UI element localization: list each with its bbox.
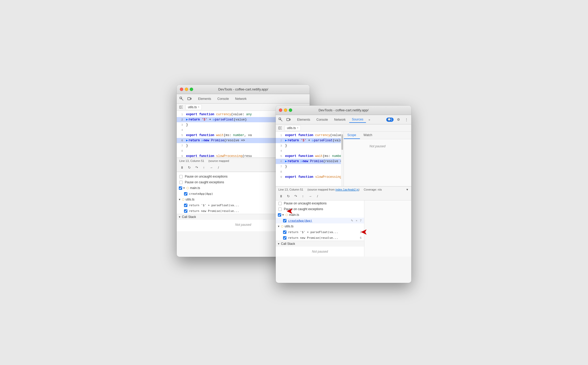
tab-sources-front[interactable]: Sources (349, 117, 366, 123)
device-icon-front[interactable] (286, 117, 291, 123)
callstack-header-front[interactable]: ▾ Call Stack (276, 241, 364, 247)
tab-console-front[interactable]: Console (314, 117, 330, 123)
code-scrollbar-front[interactable] (341, 132, 344, 186)
bp-main-checkbox-back[interactable] (179, 186, 182, 190)
scope-tab-watch[interactable]: Watch (360, 132, 376, 139)
file-tab-close-back[interactable]: × (198, 106, 199, 108)
status-position-back: Line 13, Column 51 (179, 159, 204, 162)
bp-close-btn-front[interactable]: × (355, 219, 358, 222)
traffic-lights-front (279, 108, 292, 112)
fullscreen-button-back[interactable] (190, 88, 193, 91)
pause-uncaught-checkbox-back[interactable] (179, 175, 183, 178)
code-line-5-front: 5 export function wait(ms: number, value… (276, 154, 344, 159)
deactivate-btn-back[interactable]: / (216, 165, 221, 170)
bp-main-checkbox-front[interactable] (278, 213, 281, 217)
code-line-6-front: 6 ▶return ▷new Promise(resolve => ▷setTi… (276, 159, 344, 164)
utils-ts-icon-back: ⬡ (182, 198, 185, 201)
pause-caught-checkbox-back[interactable] (179, 181, 183, 184)
resume-btn-front[interactable]: ↻ (286, 194, 291, 199)
inspector-icon-back[interactable] (179, 96, 185, 102)
callstack-label-front: Call Stack (281, 242, 295, 246)
code-line-4-front: 4 (276, 148, 344, 154)
scope-tabs-front: Scope Watch (344, 132, 412, 139)
breakpoints-panel-front: Pause on uncaught exceptions Pause on ca… (276, 200, 364, 257)
scope-not-paused: Not paused (344, 139, 412, 153)
bp-return1-cb-front[interactable] (283, 230, 286, 234)
file-tab-name-back: utils.ts (188, 105, 197, 109)
bp-edit-btn-front[interactable]: ✎ (351, 219, 353, 222)
file-tab-back[interactable]: utils.ts × (186, 104, 202, 110)
source-map-link-front[interactable]: index.1ac4eab2.js (335, 188, 359, 191)
step-out-btn-back[interactable]: ↑ (201, 165, 206, 170)
tab-elements-back[interactable]: Elements (195, 96, 214, 102)
status-source-front: (source mapped from index.1ac4eab2.js) (307, 188, 359, 191)
bp-return2-cb-back[interactable] (184, 209, 187, 213)
sidebar-toggle-back[interactable] (179, 105, 183, 110)
devtools-window-front: DevTools - coffee-cart.netlify.app/ Elem… (276, 106, 411, 283)
step-over-btn-front[interactable]: ↷ (293, 194, 298, 199)
bp-createapp-front[interactable]: createApp(App) ✎ × 7 (276, 218, 364, 223)
tab-elements-front[interactable]: Elements (295, 117, 313, 123)
debug-toolbar-front: ⏸ ↻ ↷ ↑ → / (276, 192, 411, 200)
tab-actions-front: 💬 1 ⚙ ⋮ (386, 117, 409, 123)
bottom-split-front: Pause on uncaught exceptions Pause on ca… (276, 200, 411, 257)
status-position-front: Line 13, Column 51 (278, 188, 303, 191)
device-icon-back[interactable] (187, 96, 192, 102)
bp-return1-cb-back[interactable] (184, 204, 187, 207)
bp-return1-code-front: return '$' + parseFloat(va... (288, 230, 358, 234)
pause-caught-checkbox-front[interactable] (278, 208, 282, 211)
step-over-btn-back[interactable]: ↷ (194, 165, 199, 170)
bp-return2-front[interactable]: return new Promise(resolve... 6 (276, 235, 364, 241)
status-coverage-front: Coverage: n/a (364, 188, 382, 191)
code-line-9-front: 9 export function slowProcessing(results… (276, 174, 344, 180)
step-fwd-btn-back[interactable]: → (209, 165, 214, 170)
minimize-button-back[interactable] (185, 88, 188, 91)
tab-console-back[interactable]: Console (215, 96, 231, 102)
pause-btn-back[interactable]: ⏸ (179, 165, 185, 170)
scope-tab-scope[interactable]: Scope (344, 132, 360, 139)
pause-caught-row-front: Pause on caught exceptions (276, 206, 364, 212)
fullscreen-button-front[interactable] (289, 108, 292, 112)
inspector-icon-front[interactable] (278, 117, 284, 123)
file-tab-close-front[interactable]: × (297, 126, 298, 129)
deactivate-btn-front[interactable]: / (315, 194, 320, 199)
close-button-back[interactable] (180, 88, 183, 91)
pause-btn-front[interactable]: ⏸ (278, 194, 284, 199)
tab-network-back[interactable]: Network (232, 96, 249, 102)
bp-createapp-cb-back[interactable] (184, 192, 187, 196)
status-scroll-btn[interactable]: ▼ (406, 188, 409, 191)
tab-more-front[interactable]: » (367, 117, 372, 122)
resume-btn-back[interactable]: ↻ (187, 165, 192, 170)
bp-section-utils-front[interactable]: ▾ ⬡ utils.ts (276, 223, 364, 229)
titlebar-back: DevTools - coffee-cart.netlify.app/ (177, 85, 310, 94)
step-fwd-btn-front[interactable]: → (308, 194, 313, 199)
more-btn-front[interactable]: ⋮ (403, 117, 409, 123)
code-lines-front: 1 export function currency(value: any) {… (276, 132, 344, 184)
sidebar-toggle-front[interactable] (278, 126, 283, 130)
settings-btn-front[interactable]: ⚙ (396, 117, 401, 123)
step-out-btn-front[interactable]: ↑ (300, 194, 305, 199)
bp-createapp-code-front: createApp(App) (288, 219, 349, 222)
callstack-label-back: Call Stack (182, 215, 196, 219)
pause-uncaught-row-front: Pause on uncaught exceptions (276, 200, 364, 206)
svg-rect-3 (180, 106, 181, 108)
bp-return2-cb-front[interactable] (283, 236, 286, 240)
bp-section-main-front[interactable]: ▾ ⬡ main.ts (276, 212, 364, 218)
bp-return1-front[interactable]: return '$' + parseFloat(va... 2 (276, 229, 364, 235)
bp-return2-line-front: 6 (360, 236, 362, 239)
file-tab-front[interactable]: utils.ts × (285, 125, 301, 131)
main-ts-name-back: main.ts (190, 186, 200, 190)
minimize-button-front[interactable] (284, 108, 287, 112)
close-button-front[interactable] (279, 108, 282, 112)
tab-network-front[interactable]: Network (332, 117, 348, 123)
notification-badge-front[interactable]: 💬 1 (386, 118, 394, 122)
pause-uncaught-checkbox-front[interactable] (278, 202, 282, 205)
code-line-3-front: 3 } (276, 143, 344, 148)
titlebar-front: DevTools - coffee-cart.netlify.app/ (276, 106, 411, 115)
main-ts-icon-front: ⬡ (285, 213, 288, 217)
bp-createapp-cb-front[interactable] (283, 219, 286, 222)
code-line-2-front: 2 ▶return '$' + ▷parseFloat(value).▷toFi… (276, 138, 344, 143)
notification-icon-front: 💬 (388, 118, 391, 121)
svg-rect-5 (287, 118, 289, 121)
bp-return1-line-front: 2 (360, 230, 362, 234)
